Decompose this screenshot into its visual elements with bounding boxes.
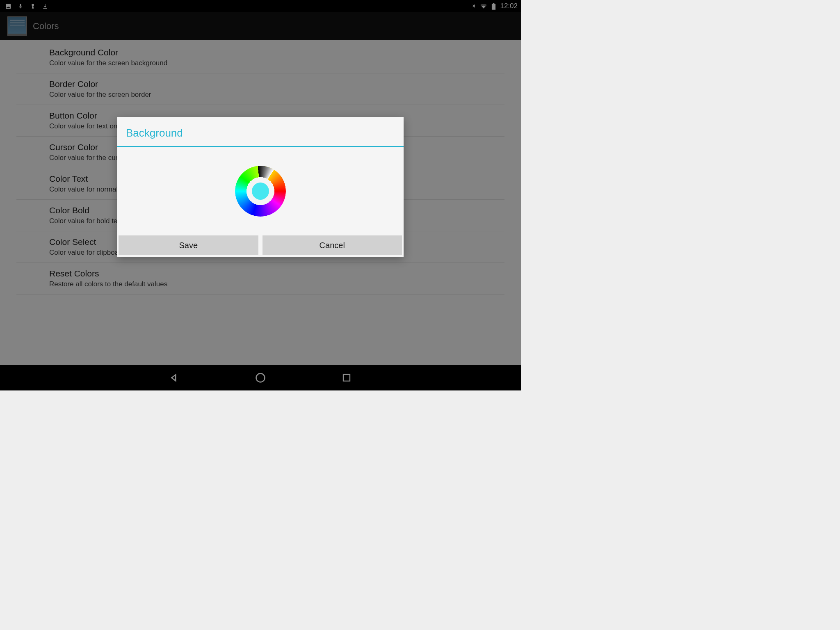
dialog-body [117,147,404,235]
selected-color-preview[interactable] [252,183,269,200]
color-picker-dialog: Background Save Cancel [117,117,404,257]
cancel-button[interactable]: Cancel [262,235,402,255]
dialog-title: Background [117,117,404,146]
color-wheel[interactable] [235,166,286,217]
save-button[interactable]: Save [119,235,258,255]
